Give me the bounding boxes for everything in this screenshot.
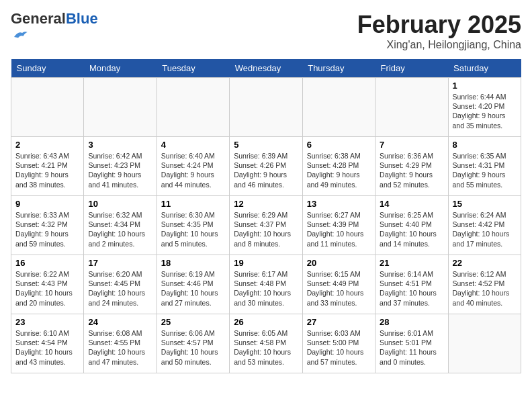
title-block: February 2025 Xing'an, Heilongjiang, Chi…	[357, 11, 521, 51]
calendar-cell: 13Sunrise: 6:27 AM Sunset: 4:39 PM Dayli…	[302, 196, 375, 255]
page-header: GeneralBlue February 2025 Xing'an, Heilo…	[11, 11, 521, 51]
day-number: 9	[15, 199, 79, 209]
calendar-cell	[302, 78, 375, 137]
day-number: 13	[307, 199, 371, 209]
day-number: 20	[307, 258, 371, 268]
day-number: 10	[88, 199, 152, 209]
day-number: 26	[234, 317, 298, 327]
day-info: Sunrise: 6:03 AM Sunset: 5:00 PM Dayligh…	[307, 328, 371, 367]
day-number: 2	[15, 140, 79, 150]
calendar-cell: 26Sunrise: 6:05 AM Sunset: 4:58 PM Dayli…	[230, 314, 302, 373]
calendar-cell	[230, 78, 302, 137]
calendar-cell: 3Sunrise: 6:42 AM Sunset: 4:23 PM Daylig…	[84, 137, 157, 196]
weekday-header-wednesday: Wednesday	[230, 59, 302, 78]
calendar-cell: 24Sunrise: 6:08 AM Sunset: 4:55 PM Dayli…	[84, 314, 157, 373]
day-number: 3	[88, 140, 152, 150]
week-row-4: 16Sunrise: 6:22 AM Sunset: 4:43 PM Dayli…	[11, 255, 521, 314]
calendar-cell: 23Sunrise: 6:10 AM Sunset: 4:54 PM Dayli…	[11, 314, 84, 373]
day-info: Sunrise: 6:05 AM Sunset: 4:58 PM Dayligh…	[234, 328, 298, 367]
day-number: 8	[453, 140, 517, 150]
day-info: Sunrise: 6:25 AM Sunset: 4:40 PM Dayligh…	[380, 210, 443, 248]
logo-general-text: General	[11, 10, 66, 27]
calendar-cell: 17Sunrise: 6:20 AM Sunset: 4:45 PM Dayli…	[84, 255, 157, 314]
calendar-cell: 1Sunrise: 6:44 AM Sunset: 4:20 PM Daylig…	[448, 78, 521, 137]
day-info: Sunrise: 6:19 AM Sunset: 4:46 PM Dayligh…	[161, 269, 225, 308]
day-number: 6	[307, 140, 371, 150]
day-number: 27	[307, 317, 371, 327]
calendar-cell: 22Sunrise: 6:12 AM Sunset: 4:52 PM Dayli…	[448, 255, 521, 314]
calendar-cell: 25Sunrise: 6:06 AM Sunset: 4:57 PM Dayli…	[157, 314, 229, 373]
calendar-cell: 19Sunrise: 6:17 AM Sunset: 4:48 PM Dayli…	[230, 255, 302, 314]
month-year-title: February 2025	[357, 11, 521, 39]
calendar-cell: 14Sunrise: 6:25 AM Sunset: 4:40 PM Dayli…	[375, 196, 448, 255]
calendar-cell: 16Sunrise: 6:22 AM Sunset: 4:43 PM Dayli…	[11, 255, 84, 314]
calendar-cell: 12Sunrise: 6:29 AM Sunset: 4:37 PM Dayli…	[230, 196, 302, 255]
calendar-cell: 15Sunrise: 6:24 AM Sunset: 4:42 PM Dayli…	[448, 196, 521, 255]
calendar-table: SundayMondayTuesdayWednesdayThursdayFrid…	[11, 59, 521, 373]
weekday-header-monday: Monday	[84, 59, 157, 78]
week-row-5: 23Sunrise: 6:10 AM Sunset: 4:54 PM Dayli…	[11, 314, 521, 373]
day-number: 23	[15, 317, 79, 327]
day-number: 21	[380, 258, 443, 268]
day-number: 1	[453, 81, 517, 91]
day-number: 22	[453, 258, 517, 268]
day-number: 14	[380, 199, 443, 209]
day-info: Sunrise: 6:12 AM Sunset: 4:52 PM Dayligh…	[453, 269, 517, 308]
day-info: Sunrise: 6:01 AM Sunset: 5:01 PM Dayligh…	[380, 328, 443, 367]
weekday-header-thursday: Thursday	[302, 59, 375, 78]
day-info: Sunrise: 6:33 AM Sunset: 4:32 PM Dayligh…	[15, 210, 79, 248]
location-subtitle: Xing'an, Heilongjiang, China	[357, 39, 521, 51]
day-info: Sunrise: 6:10 AM Sunset: 4:54 PM Dayligh…	[15, 328, 79, 367]
day-info: Sunrise: 6:42 AM Sunset: 4:23 PM Dayligh…	[88, 151, 152, 189]
day-info: Sunrise: 6:15 AM Sunset: 4:49 PM Dayligh…	[307, 269, 371, 308]
calendar-cell: 9Sunrise: 6:33 AM Sunset: 4:32 PM Daylig…	[11, 196, 84, 255]
calendar-cell	[375, 78, 448, 137]
day-number: 7	[380, 140, 443, 150]
day-info: Sunrise: 6:44 AM Sunset: 4:20 PM Dayligh…	[453, 92, 517, 130]
day-number: 25	[161, 317, 225, 327]
calendar-cell: 8Sunrise: 6:35 AM Sunset: 4:31 PM Daylig…	[448, 137, 521, 196]
day-info: Sunrise: 6:40 AM Sunset: 4:24 PM Dayligh…	[161, 151, 225, 189]
calendar-cell	[157, 78, 229, 137]
day-number: 18	[161, 258, 225, 268]
weekday-header-friday: Friday	[375, 59, 448, 78]
day-info: Sunrise: 6:35 AM Sunset: 4:31 PM Dayligh…	[453, 151, 517, 189]
day-number: 4	[161, 140, 225, 150]
calendar-cell: 20Sunrise: 6:15 AM Sunset: 4:49 PM Dayli…	[302, 255, 375, 314]
calendar-cell: 7Sunrise: 6:36 AM Sunset: 4:29 PM Daylig…	[375, 137, 448, 196]
day-number: 19	[234, 258, 298, 268]
day-info: Sunrise: 6:36 AM Sunset: 4:29 PM Dayligh…	[380, 151, 443, 189]
logo-bird-icon	[12, 27, 28, 43]
logo-blue-text: Blue	[66, 10, 98, 27]
calendar-cell: 10Sunrise: 6:32 AM Sunset: 4:34 PM Dayli…	[84, 196, 157, 255]
calendar-cell: 5Sunrise: 6:39 AM Sunset: 4:26 PM Daylig…	[230, 137, 302, 196]
weekday-header-row: SundayMondayTuesdayWednesdayThursdayFrid…	[11, 59, 521, 78]
calendar-cell: 4Sunrise: 6:40 AM Sunset: 4:24 PM Daylig…	[157, 137, 229, 196]
day-info: Sunrise: 6:38 AM Sunset: 4:28 PM Dayligh…	[307, 151, 371, 189]
calendar-cell: 6Sunrise: 6:38 AM Sunset: 4:28 PM Daylig…	[302, 137, 375, 196]
calendar-cell	[84, 78, 157, 137]
day-number: 16	[15, 258, 79, 268]
calendar-cell: 27Sunrise: 6:03 AM Sunset: 5:00 PM Dayli…	[302, 314, 375, 373]
day-info: Sunrise: 6:20 AM Sunset: 4:45 PM Dayligh…	[88, 269, 152, 308]
day-number: 28	[380, 317, 443, 327]
weekday-header-tuesday: Tuesday	[157, 59, 229, 78]
day-info: Sunrise: 6:32 AM Sunset: 4:34 PM Dayligh…	[88, 210, 152, 248]
day-number: 17	[88, 258, 152, 268]
day-number: 24	[88, 317, 152, 327]
day-info: Sunrise: 6:17 AM Sunset: 4:48 PM Dayligh…	[234, 269, 298, 308]
day-info: Sunrise: 6:06 AM Sunset: 4:57 PM Dayligh…	[161, 328, 225, 367]
day-number: 11	[161, 199, 225, 209]
calendar-cell: 11Sunrise: 6:30 AM Sunset: 4:35 PM Dayli…	[157, 196, 229, 255]
day-info: Sunrise: 6:22 AM Sunset: 4:43 PM Dayligh…	[15, 269, 79, 308]
calendar-cell: 2Sunrise: 6:43 AM Sunset: 4:21 PM Daylig…	[11, 137, 84, 196]
week-row-3: 9Sunrise: 6:33 AM Sunset: 4:32 PM Daylig…	[11, 196, 521, 255]
week-row-1: 1Sunrise: 6:44 AM Sunset: 4:20 PM Daylig…	[11, 78, 521, 137]
logo: GeneralBlue	[11, 11, 98, 46]
calendar-cell: 28Sunrise: 6:01 AM Sunset: 5:01 PM Dayli…	[375, 314, 448, 373]
day-info: Sunrise: 6:39 AM Sunset: 4:26 PM Dayligh…	[234, 151, 298, 189]
day-info: Sunrise: 6:29 AM Sunset: 4:37 PM Dayligh…	[234, 210, 298, 248]
day-number: 15	[453, 199, 517, 209]
day-number: 12	[234, 199, 298, 209]
day-info: Sunrise: 6:08 AM Sunset: 4:55 PM Dayligh…	[88, 328, 152, 367]
